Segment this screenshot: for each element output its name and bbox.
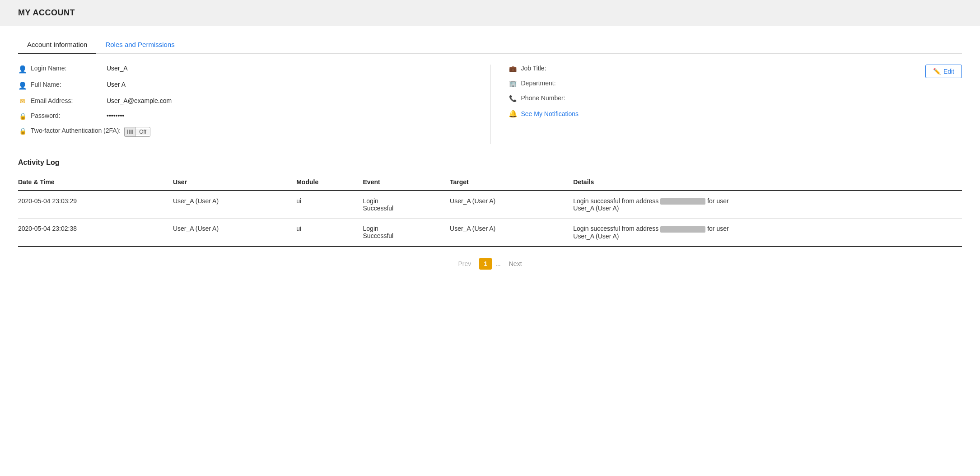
cell-event: LoginSuccessful — [363, 219, 450, 247]
table-row: 2020-05-04 23:02:38 User_A (User A) ui L… — [18, 219, 962, 247]
activity-log-title: Activity Log — [18, 159, 962, 167]
page-title: MY ACCOUNT — [18, 8, 75, 17]
cell-details: Login successful from address for userUs… — [573, 191, 962, 219]
bell-icon: 🔔 — [509, 109, 518, 118]
department-label: Department: — [521, 79, 593, 87]
toggle-bar-3 — [131, 130, 133, 134]
cell-user: User_A (User A) — [173, 191, 296, 219]
email-icon: ✉ — [18, 98, 27, 105]
toggle-bars — [125, 127, 135, 136]
2fa-label: Two-factor Authentication (2FA): — [31, 127, 121, 134]
full-name-value: User A — [107, 81, 126, 88]
see-notifications-link[interactable]: 🔔 See My Notifications — [509, 109, 962, 118]
field-row-email: ✉ Email Address: User_A@example.com — [18, 97, 472, 105]
cell-event: LoginSuccessful — [363, 191, 450, 219]
field-row-phone: 📞 Phone Number: — [509, 94, 962, 102]
account-right-column: ✏️ Edit 💼 Job Title: 🏢 Department: — [490, 65, 962, 144]
toggle-label: Off — [135, 129, 150, 135]
next-button[interactable]: Next — [504, 258, 527, 270]
field-row-2fa: 🔒 Two-factor Authentication (2FA): Off — [18, 127, 472, 137]
cell-datetime: 2020-05-04 23:03:29 — [18, 191, 173, 219]
lock-icon-2fa: 🔒 — [18, 127, 27, 135]
login-name-value: User_A — [107, 65, 128, 72]
cell-user: User_A (User A) — [173, 219, 296, 247]
login-name-label: Login Name: — [31, 65, 103, 72]
field-row-login-name: 👤 Login Name: User_A — [18, 65, 472, 74]
redacted-address — [660, 198, 705, 205]
person-icon: 👤 — [18, 65, 27, 74]
cell-details: Login successful from address for userUs… — [573, 219, 962, 247]
tab-roles-permissions[interactable]: Roles and Permissions — [96, 35, 183, 54]
field-row-job-title: 💼 Job Title: — [509, 65, 962, 72]
activity-log-section: Activity Log Date & Time User Module Eve… — [18, 159, 962, 247]
main-content: Account Information Roles and Permission… — [0, 26, 980, 288]
full-name-label: Full Name: — [31, 81, 103, 88]
col-header-user: User — [173, 174, 296, 191]
phone-label: Phone Number: — [521, 94, 593, 102]
edit-button[interactable]: ✏️ Edit — [925, 65, 962, 78]
page-header: MY ACCOUNT — [0, 0, 980, 26]
redacted-address — [660, 226, 705, 233]
toggle-bar-2 — [129, 130, 131, 134]
col-header-event: Event — [363, 174, 450, 191]
pagination: Prev 1 ... Next — [18, 258, 962, 270]
field-row-department: 🏢 Department: — [509, 79, 962, 87]
account-left-column: 👤 Login Name: User_A 👤 Full Name: User A… — [18, 65, 490, 144]
briefcase-icon: 💼 — [509, 65, 518, 72]
table-row: 2020-05-04 23:03:29 User_A (User A) ui L… — [18, 191, 962, 219]
prev-button[interactable]: Prev — [453, 258, 476, 270]
cell-target: User_A (User A) — [450, 191, 573, 219]
pencil-icon: ✏️ — [933, 68, 941, 75]
department-icon: 🏢 — [509, 80, 518, 87]
cell-module: ui — [296, 219, 363, 247]
pagination-dots: ... — [495, 260, 501, 267]
2fa-toggle[interactable]: Off — [124, 127, 150, 137]
page-1-button[interactable]: 1 — [479, 258, 492, 270]
notifications-label: See My Notifications — [521, 110, 579, 117]
edit-button-label: Edit — [943, 68, 954, 75]
phone-icon: 📞 — [509, 95, 518, 102]
email-value: User_A@example.com — [107, 97, 172, 104]
col-header-details: Details — [573, 174, 962, 191]
password-label: Password: — [31, 112, 103, 119]
cell-target: User_A (User A) — [450, 219, 573, 247]
col-header-target: Target — [450, 174, 573, 191]
table-header-row: Date & Time User Module Event Target Det… — [18, 174, 962, 191]
tab-account-information[interactable]: Account Information — [18, 35, 96, 54]
job-title-label: Job Title: — [521, 65, 593, 72]
person-icon-2: 👤 — [18, 81, 27, 90]
col-header-module: Module — [296, 174, 363, 191]
field-row-password: 🔒 Password: •••••••• — [18, 112, 472, 120]
activity-log-table: Date & Time User Module Event Target Det… — [18, 174, 962, 247]
cell-datetime: 2020-05-04 23:02:38 — [18, 219, 173, 247]
email-label: Email Address: — [31, 97, 103, 104]
password-value: •••••••• — [107, 112, 124, 119]
lock-icon: 🔒 — [18, 112, 27, 120]
account-info-section: 👤 Login Name: User_A 👤 Full Name: User A… — [18, 65, 962, 144]
col-header-datetime: Date & Time — [18, 174, 173, 191]
field-row-full-name: 👤 Full Name: User A — [18, 81, 472, 90]
tabs-container: Account Information Roles and Permission… — [18, 35, 962, 54]
cell-module: ui — [296, 191, 363, 219]
toggle-bar-1 — [127, 130, 128, 134]
